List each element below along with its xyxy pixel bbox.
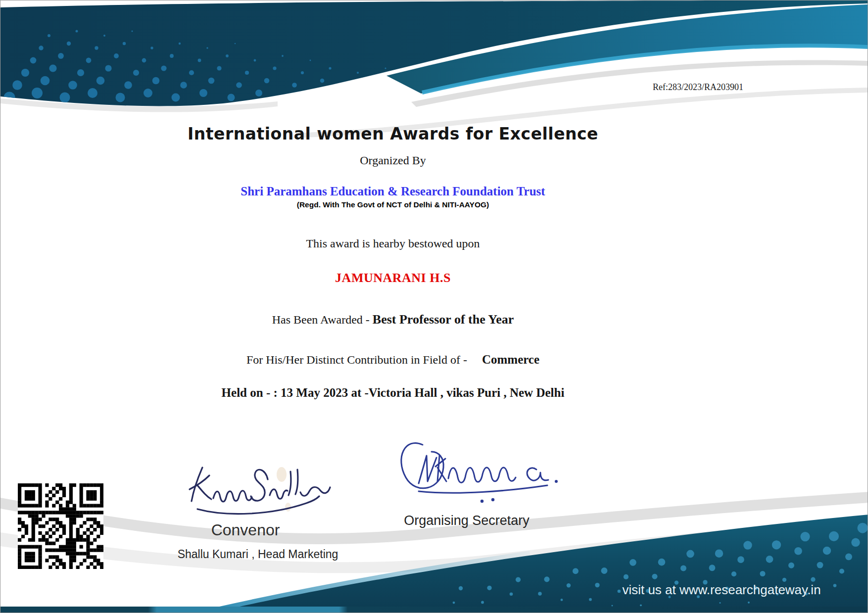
signature-dot — [491, 498, 494, 501]
signature-dot — [481, 500, 483, 503]
convenor-signature — [183, 460, 331, 519]
event-line: Held on - : 13 May 2023 at -Victoria Hal… — [0, 386, 785, 400]
organized-by-label: Organized By — [0, 154, 785, 167]
secretary-role-label: Organising Secretary — [392, 513, 541, 528]
field-value: Commerce — [482, 353, 539, 366]
field-line: For His/Her Distinct Contribution in Fie… — [0, 353, 785, 367]
organization-name: Shri Paramhans Education & Research Foun… — [0, 185, 785, 198]
field-line-prefix: For His/Her Distinct Contribution in Fie… — [246, 353, 467, 366]
secretary-signature — [393, 434, 583, 511]
award-title: Best Professor of the Year — [373, 312, 514, 327]
signature-strokes — [190, 468, 330, 514]
recipient-name: JAMUNARANI H.S — [0, 271, 785, 285]
bottom-edge-strip — [0, 607, 868, 613]
top-wave-decoration — [0, 0, 868, 139]
signature-dot — [555, 480, 558, 483]
award-line: Has Been Awarded -Best Professor of the … — [0, 312, 785, 327]
convenor-name-title: Shallu Kumari , Head Marketing — [164, 548, 352, 561]
qr-code — [18, 483, 103, 569]
certificate-title: International women Awards for Excellenc… — [0, 124, 785, 143]
reference-number: Ref:283/2023/RA203901 — [653, 82, 781, 93]
award-line-prefix: Has Been Awarded - — [272, 313, 370, 326]
signature-strokes — [401, 443, 548, 493]
convenor-role-label: Convenor — [171, 521, 320, 539]
certificate-page: Ref:283/2023/RA203901 International wome… — [0, 0, 868, 613]
website-line: visit us at www.researchgateway.in — [620, 582, 823, 598]
ink-stain — [277, 467, 287, 482]
registration-note: (Regd. With The Govt of NCT of Delhi & N… — [0, 200, 785, 209]
bestowed-line: This award is hearby bestowed upon — [0, 237, 785, 250]
